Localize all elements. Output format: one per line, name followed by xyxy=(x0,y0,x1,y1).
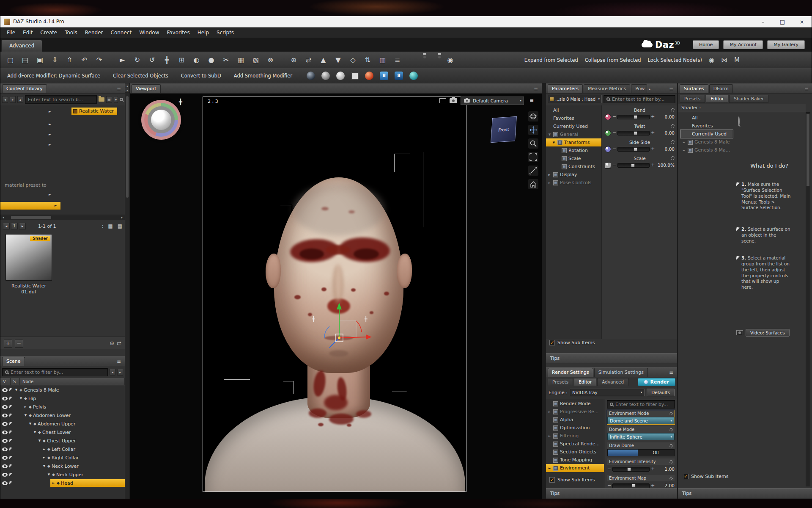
aspect-frame-icon[interactable] xyxy=(351,72,359,80)
param-group-general[interactable]: ▼General xyxy=(546,130,601,138)
group-arrow-icon[interactable]: ► xyxy=(548,467,551,470)
expand-arrow-icon[interactable]: ▼ xyxy=(24,414,27,417)
checkbox-checked-icon[interactable]: ✓ xyxy=(549,477,555,483)
render-group-filtering[interactable]: ►Filtering xyxy=(546,432,604,440)
panel-splitter[interactable] xyxy=(542,83,546,499)
mimic-icon[interactable]: M xyxy=(734,56,740,64)
slider-thumb[interactable] xyxy=(634,115,637,119)
plus-button[interactable]: + xyxy=(651,145,655,153)
node-chip[interactable]: ►◆Right Collar xyxy=(41,454,125,461)
undo-icon[interactable]: ↶ xyxy=(79,55,90,66)
asset-thumbnail[interactable]: Shader xyxy=(5,234,52,281)
next-page-button[interactable]: ▸ xyxy=(19,223,26,229)
expand-arrow-icon[interactable]: ▼ xyxy=(33,431,37,434)
node-chip[interactable]: ▼◆Chest Upper xyxy=(36,437,125,444)
options-icon[interactable]: ⊕ xyxy=(110,340,114,346)
render-button[interactable]: Render xyxy=(638,378,675,386)
polygon-group-tool-icon[interactable]: ▧ xyxy=(250,55,261,66)
pan-icon[interactable] xyxy=(528,125,538,135)
filter-prev-icon[interactable]: ◂ xyxy=(110,369,115,375)
remove-button[interactable]: − xyxy=(15,339,23,348)
scroll-left-icon[interactable]: ◂ xyxy=(0,216,6,219)
forward-icon[interactable]: ▸ xyxy=(10,96,16,103)
node-chip[interactable]: ►◆Head xyxy=(50,479,125,487)
perspective-camera-icon[interactable] xyxy=(415,55,426,66)
show-sub-items[interactable]: ✓ Show Sub Items xyxy=(683,474,728,479)
slider-thumb[interactable] xyxy=(632,484,636,488)
search-icon[interactable] xyxy=(120,98,123,101)
expand-arrow-icon[interactable]: ► xyxy=(49,193,51,196)
tab-parameters[interactable]: Parameters xyxy=(548,84,583,93)
group-arrow-icon[interactable]: ► xyxy=(548,434,551,438)
expand-arrow-icon[interactable]: ▼ xyxy=(47,473,51,476)
scene-node-row[interactable]: ►◆Pelvis xyxy=(0,403,125,411)
posing-tool-icon[interactable]: ● xyxy=(206,55,217,66)
surface-group-all[interactable]: All xyxy=(680,114,733,122)
node-chip[interactable]: ►◆Left Collar xyxy=(41,445,125,453)
panel-menu-icon[interactable]: ≡ xyxy=(667,86,675,93)
tab-content-library[interactable]: Content Library xyxy=(2,84,47,93)
visibility-eye-icon[interactable] xyxy=(2,422,8,426)
tips-bar[interactable]: Tips xyxy=(546,488,677,498)
scroll-right-icon[interactable]: ▸ xyxy=(119,216,125,219)
menu-help[interactable]: Help xyxy=(194,30,213,36)
genesis8-female-icon[interactable]: 8 xyxy=(395,72,403,80)
scene-node-row[interactable]: ►◆Head xyxy=(0,479,125,487)
menu-file[interactable]: File xyxy=(3,30,19,36)
add-button[interactable]: + xyxy=(4,339,12,348)
render-group-tone-mapping[interactable]: Tone Mapping xyxy=(546,456,604,464)
prev-page-button[interactable]: ◂ xyxy=(3,223,10,229)
expand-arrow-icon[interactable]: ► xyxy=(55,204,57,207)
gear-icon[interactable] xyxy=(669,477,673,480)
selection-cursor-icon[interactable] xyxy=(9,464,12,468)
slider-track[interactable] xyxy=(617,131,650,135)
filament-preview-sphere-icon[interactable] xyxy=(409,72,418,80)
export-file-icon[interactable]: ⇧ xyxy=(64,55,75,66)
toggle[interactable]: Off xyxy=(607,449,675,456)
ik-chain-tool-icon[interactable]: ⇅ xyxy=(362,55,373,66)
plus-button[interactable]: + xyxy=(651,161,655,169)
tips-bar[interactable]: Tips xyxy=(546,353,677,363)
viewport-menu-icon[interactable]: ≡ xyxy=(527,97,536,105)
scrollbar-thumb[interactable] xyxy=(126,96,129,198)
expand-arrow-icon[interactable]: ► xyxy=(42,447,46,451)
menu-window[interactable]: Window xyxy=(135,30,163,36)
tab-simulation-settings[interactable]: Simulation Settings xyxy=(594,368,648,377)
visibility-eye-icon[interactable] xyxy=(2,388,8,392)
panel-menu-icon[interactable]: ≡ xyxy=(667,370,675,377)
minus-button[interactable]: − xyxy=(607,465,611,473)
scene-node-row[interactable]: ▼◆Neck Lower xyxy=(0,462,125,470)
view-dropdown-icon[interactable]: ▾ xyxy=(114,96,118,103)
node-graph-icon[interactable]: ⋈ xyxy=(721,56,727,64)
node-list-tool-icon[interactable]: ≡ xyxy=(392,55,403,66)
joint-editor-tool-icon[interactable]: ◇ xyxy=(347,55,359,66)
expand-arrow-icon[interactable]: ► xyxy=(49,122,51,126)
checkbox-checked-icon[interactable]: ✓ xyxy=(549,340,555,345)
scene-node-row[interactable]: ▼◆Hip xyxy=(0,394,125,403)
selection-cursor-icon[interactable] xyxy=(9,472,12,477)
scroll-down-icon[interactable]: ▾ xyxy=(125,88,129,93)
slider-track[interactable] xyxy=(612,467,650,472)
node-chip[interactable]: ▼◆Hip xyxy=(18,395,125,402)
render-group-alpha[interactable]: Alpha xyxy=(546,416,604,424)
genesis8-male-icon[interactable]: 8 xyxy=(380,72,388,80)
view-mode-icon[interactable]: ▦ xyxy=(106,96,112,103)
group-arrow-icon[interactable]: ► xyxy=(548,181,551,185)
camera-icon[interactable] xyxy=(450,98,457,103)
scrollbar-thumb[interactable] xyxy=(11,216,51,219)
content-search-box[interactable] xyxy=(25,95,97,104)
visibility-eye-icon[interactable] xyxy=(2,439,8,443)
maximize-button[interactable]: □ xyxy=(773,16,792,27)
orbit-tool-icon[interactable]: ↺ xyxy=(146,55,158,66)
slider-track[interactable] xyxy=(617,115,650,119)
defaults-button[interactable]: Defaults xyxy=(647,389,675,396)
scene-node-row[interactable]: ▼◆Abdomen Lower xyxy=(0,411,125,420)
iray-preview-sphere-icon[interactable] xyxy=(365,72,373,80)
expand-arrow-icon[interactable]: ▼ xyxy=(28,422,32,425)
bone-down-tool-icon[interactable]: ▼ xyxy=(332,55,344,66)
lock-selected-node-s-button[interactable]: Lock Selected Node(s) xyxy=(648,57,702,63)
surface-group-genesis-8-ma[interactable]: ►Genesis 8 Ma... xyxy=(680,146,733,154)
node-chip[interactable]: ▼◆Abdomen Lower xyxy=(22,411,125,419)
grid-view-icon[interactable]: ▦ xyxy=(108,223,112,229)
selection-cursor-icon[interactable] xyxy=(9,396,12,400)
